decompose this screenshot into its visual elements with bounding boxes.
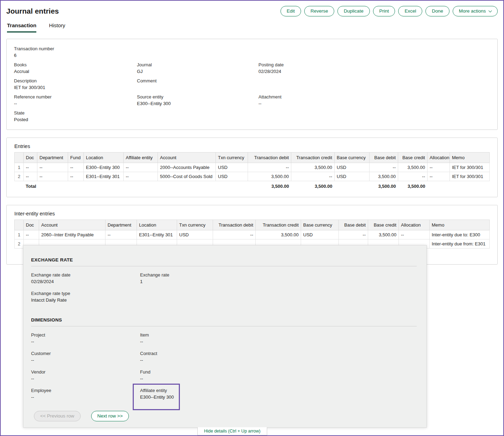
field-fund: Fund -- bbox=[140, 369, 417, 382]
excel-button[interactable]: Excel bbox=[398, 6, 422, 16]
cell bbox=[124, 181, 158, 192]
cell: E301--Entity 301 bbox=[84, 172, 124, 181]
field-value: -- bbox=[14, 100, 137, 107]
more-actions-button[interactable]: More actions bbox=[453, 6, 498, 16]
column-header: Department bbox=[105, 220, 137, 230]
field-label: Posting date bbox=[258, 62, 490, 68]
column-header: Allocation bbox=[399, 220, 430, 230]
column-header: Location bbox=[84, 153, 124, 163]
column-header: Fund bbox=[68, 153, 84, 163]
cell: -- bbox=[37, 172, 68, 181]
cell: 3,500.00 bbox=[368, 230, 399, 239]
field-label: Attachment bbox=[258, 94, 490, 100]
total-base-credit: 3,500.00 bbox=[398, 181, 428, 192]
field-label: State bbox=[14, 110, 137, 116]
cell: -- bbox=[248, 163, 291, 172]
field-contract: Contract -- bbox=[140, 350, 417, 363]
previous-row-button[interactable]: << Previous row bbox=[34, 411, 81, 421]
column-header: Location bbox=[137, 220, 177, 230]
cell: USD bbox=[335, 163, 370, 172]
field-value: 1 bbox=[140, 278, 417, 285]
column-header: Transaction debit bbox=[213, 220, 256, 230]
total-transaction-debit: 3,500.00 bbox=[248, 181, 291, 192]
column-header: Base debit bbox=[339, 220, 368, 230]
reverse-button[interactable]: Reverse bbox=[304, 6, 334, 16]
tab-transaction[interactable]: Transaction bbox=[7, 22, 36, 32]
cell bbox=[158, 181, 216, 192]
column-header: Base currency bbox=[335, 153, 370, 163]
edit-button[interactable]: Edit bbox=[280, 6, 301, 16]
cell: Inter-entity due to: E300 bbox=[430, 230, 490, 239]
cell bbox=[15, 181, 24, 192]
cell: -- bbox=[370, 163, 398, 172]
cell: -- bbox=[213, 230, 256, 239]
table-row[interactable]: 1 -- -- -- E300--Entity 300 -- 2000--Acc… bbox=[15, 163, 490, 172]
cell: -- bbox=[399, 230, 430, 239]
done-button[interactable]: Done bbox=[425, 6, 449, 16]
more-actions-label: More actions bbox=[459, 8, 486, 14]
field-source-entity: Source entity E300--Entity 300 bbox=[137, 94, 258, 107]
spacer bbox=[140, 290, 417, 309]
dimensions-fields: Project -- Item -- Customer -- Contract … bbox=[31, 332, 417, 406]
field-value: 02/28/2024 bbox=[258, 68, 490, 75]
field-vendor: Vendor -- bbox=[31, 369, 140, 382]
field-value: -- bbox=[31, 338, 140, 345]
cell: -- bbox=[24, 163, 37, 172]
tab-history[interactable]: History bbox=[49, 22, 65, 32]
column-header: Txn currency bbox=[177, 220, 213, 230]
field-reference-number: Reference number -- bbox=[14, 94, 137, 107]
transaction-details-grid: Transaction number 6 Books Accrual Journ… bbox=[7, 39, 497, 130]
toolbar: Edit Reverse Duplicate Print Excel Done … bbox=[280, 6, 498, 16]
cell: 1 bbox=[15, 163, 24, 172]
duplicate-button[interactable]: Duplicate bbox=[337, 6, 370, 16]
field-value bbox=[137, 84, 258, 91]
cell: -- bbox=[124, 163, 158, 172]
cell: -- bbox=[124, 172, 158, 181]
field-value: IET for 300/301 bbox=[14, 84, 137, 91]
cell: 3,500.00 bbox=[291, 163, 335, 172]
field-posting-date: Posting date 02/28/2024 bbox=[258, 62, 490, 75]
entries-panel: Entries Doc Department Fund Location Aff… bbox=[6, 138, 498, 197]
field-label: Item bbox=[140, 332, 417, 338]
exchange-rate-fields: Exchange rate date 02/28/2024 Exchange r… bbox=[31, 272, 417, 309]
total-transaction-credit: 3,500.00 bbox=[291, 181, 335, 192]
field-label: Books bbox=[14, 62, 137, 68]
entries-title: Entries bbox=[7, 138, 497, 149]
next-row-button[interactable]: Next row >> bbox=[91, 411, 129, 421]
cell: 5000--Cost of Goods Sold bbox=[158, 172, 216, 181]
table-row[interactable]: 2 -- -- -- E301--Entity 301 -- 5000--Cos… bbox=[15, 172, 490, 181]
column-header: Txn currency bbox=[216, 153, 248, 163]
column-header: Memo bbox=[450, 153, 490, 163]
table-row[interactable]: 1 -- 2060--Inter Entity Payable -- E301-… bbox=[15, 230, 490, 239]
column-header: Account bbox=[158, 153, 216, 163]
row-details-overlay: EXCHANGE RATE Exchange rate date 02/28/2… bbox=[23, 245, 427, 428]
cell bbox=[335, 181, 370, 192]
field-value: -- bbox=[140, 357, 417, 363]
field-value: E300--Entity 300 bbox=[140, 394, 174, 400]
tab-bar: Transaction History bbox=[1, 20, 503, 32]
field-value: Intacct Daily Rate bbox=[31, 297, 140, 303]
section-divider bbox=[31, 266, 417, 266]
field-value: Accrual bbox=[14, 68, 137, 75]
column-header: Account bbox=[39, 220, 105, 230]
cell: USD bbox=[177, 230, 213, 239]
field-label: Source entity bbox=[137, 94, 258, 100]
print-button[interactable]: Print bbox=[373, 6, 395, 16]
hide-details-tab[interactable]: Hide details (Ctrl + Up arrow) bbox=[197, 427, 267, 435]
field-value: Posted bbox=[14, 116, 137, 123]
header-bar: Journal entries Edit Reverse Duplicate P… bbox=[1, 1, 503, 20]
cell: -- bbox=[68, 172, 84, 181]
total-base-debit: 3,500.00 bbox=[370, 181, 398, 192]
column-header bbox=[15, 220, 24, 230]
journal-entries-page: Journal entries Edit Reverse Duplicate P… bbox=[0, 0, 504, 436]
cell: 2000--Accounts Payable bbox=[158, 163, 216, 172]
field-journal: Journal GJ bbox=[137, 62, 258, 75]
field-value: -- bbox=[140, 375, 417, 382]
cell bbox=[428, 181, 450, 192]
column-header: Memo bbox=[430, 220, 490, 230]
cell: E300--Entity 300 bbox=[84, 163, 124, 172]
inter-entity-title: Inter-entity entries bbox=[7, 205, 497, 216]
field-label: Customer bbox=[31, 350, 140, 357]
column-header: Department bbox=[37, 153, 68, 163]
field-value: GJ bbox=[137, 68, 258, 75]
